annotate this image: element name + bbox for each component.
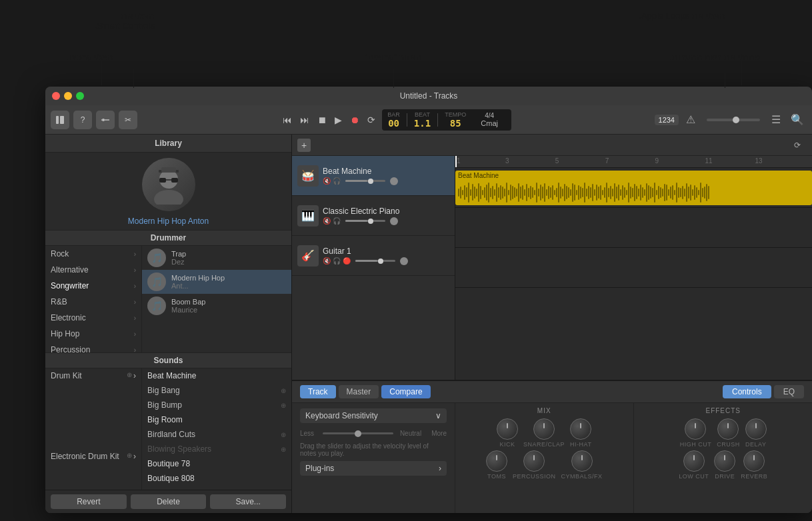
drive-knob[interactable] <box>714 450 735 472</box>
svg-rect-11 <box>161 167 176 173</box>
track-pan-knob-3[interactable] <box>400 257 408 265</box>
maximize-button[interactable] <box>76 92 84 100</box>
guitar-icon: 🎸 <box>297 245 319 266</box>
sc-tab-controls[interactable]: Controls <box>723 385 771 398</box>
mute-icon-2[interactable]: 🔇 <box>323 217 331 225</box>
drummer-style-hiphop[interactable]: Hip Hop› <box>45 326 141 342</box>
beat-machine-region[interactable]: Beat Machine (function() { var heights =… <box>455 171 812 205</box>
sounds-drum-kit-row: Drum Kit ⊕ › Beat Machine <box>45 368 291 383</box>
delay-knob[interactable] <box>745 418 767 440</box>
drummer-artist-trap[interactable]: 🎵 Trap Dez <box>142 246 291 270</box>
play-btn[interactable]: ▶ <box>332 113 345 127</box>
loop-btn[interactable]: ⟳ <box>365 113 378 127</box>
master-volume-slider[interactable] <box>707 119 760 121</box>
knob-reverb: REVERB <box>741 450 767 480</box>
toms-knob[interactable] <box>486 450 507 472</box>
alert-btn[interactable]: ⚠ <box>681 111 700 129</box>
track-guitar[interactable]: 🎸 Guitar 1 🔇 🎧 🔴 <box>292 236 455 276</box>
add-track-button[interactable]: + <box>297 139 311 152</box>
headphones-icon-2[interactable]: 🎧 <box>333 217 341 225</box>
high-cut-knob[interactable] <box>685 418 706 440</box>
percussion-knob[interactable] <box>523 450 545 472</box>
keyboard-sensitivity-dropdown[interactable]: Keyboard Sensitivity ∨ <box>300 408 447 423</box>
revert-button[interactable]: Revert <box>51 494 127 509</box>
track-volume-beat[interactable] <box>345 180 385 182</box>
stop-btn[interactable]: ⏹ <box>315 113 329 127</box>
fast-forward-btn[interactable]: ⏭ <box>297 113 312 127</box>
sounds-section-title: Sounds <box>45 352 291 368</box>
drummer-style-alternative[interactable]: Alternative› <box>45 262 141 278</box>
sounds-birdland-cuts[interactable]: Birdland Cuts⊕ <box>142 427 291 442</box>
sounds-kit-drum[interactable]: Drum Kit ⊕ › <box>45 368 142 383</box>
piano-region-row <box>455 208 812 248</box>
knob-crush: CRUSH <box>717 418 740 448</box>
svg-rect-0 <box>56 116 59 124</box>
track-beat-machine[interactable]: 🥁 Beat Machine 🔇 🎧 <box>292 156 455 196</box>
hihat-knob[interactable] <box>570 418 591 440</box>
sounds-boutique-808[interactable]: Boutique 808 <box>142 471 291 486</box>
sc-tab-master[interactable]: Master <box>339 385 379 398</box>
help-btn[interactable]: ? <box>73 111 92 129</box>
track-pan-knob[interactable] <box>390 177 398 185</box>
drummer-style-songwriter[interactable]: Songwriter› <box>45 278 141 294</box>
track-volume-piano[interactable] <box>345 220 385 222</box>
record-btn[interactable]: ⏺ <box>347 113 362 127</box>
crush-knob[interactable] <box>717 418 739 440</box>
sounds-beat-machine[interactable]: Beat Machine <box>142 368 201 383</box>
smart-controls-btn[interactable] <box>96 111 115 129</box>
sounds-big-bang[interactable]: Big Bang⊕ <box>142 383 291 398</box>
library-btn[interactable] <box>51 111 69 129</box>
sounds-boutique-78[interactable]: Boutique 78 <box>142 456 291 471</box>
headphones-icon[interactable]: 🎧 <box>333 177 341 185</box>
loop-region-btn[interactable]: ⟳ <box>788 136 807 155</box>
drummer-style-percussion[interactable]: Percussion› <box>45 342 141 352</box>
sounds-blowing-speakers[interactable]: Blowing Speakers⊕ <box>142 442 291 456</box>
list-btn[interactable]: ☰ <box>767 111 785 129</box>
mute-icon[interactable]: 🔇 <box>323 177 331 185</box>
low-cut-knob[interactable] <box>683 450 705 472</box>
bar-display: BAR 00 <box>387 111 400 129</box>
track-headers: 🥁 Beat Machine 🔇 🎧 <box>292 156 455 380</box>
loop-browser-btn[interactable]: 🔍 <box>788 111 807 129</box>
mute-icon-3[interactable]: 🔇 <box>323 257 331 264</box>
minimize-button[interactable] <box>64 92 72 100</box>
drummer-style-electronic[interactable]: Electronic› <box>45 310 141 326</box>
sc-tab-compare[interactable]: Compare <box>381 385 430 398</box>
track-volume-guitar[interactable] <box>355 260 395 262</box>
rewind-btn[interactable]: ⏮ <box>280 113 295 127</box>
cymbals-fx-knob[interactable] <box>571 450 593 472</box>
effects-panel: EFFECTS HIGH CUT CRUSH <box>635 403 813 513</box>
callout-line-smart-controls <box>101 40 102 85</box>
track-classic-piano[interactable]: 🎹 Classic Electric Piano 🔇 🎧 <box>292 196 455 236</box>
sounds-big-bump[interactable]: Big Bump⊕ <box>142 398 291 412</box>
beat-machine-region-row: Beat Machine (function() { var heights =… <box>455 168 812 208</box>
scissors-btn[interactable]: ✂ <box>119 111 137 129</box>
sc-tab-eq[interactable]: EQ <box>774 385 804 398</box>
record-enable-3[interactable]: 🔴 <box>343 257 351 264</box>
drummer-style-rock[interactable]: Rock› <box>45 246 141 262</box>
keyboard-sensitivity-slider[interactable] <box>323 432 393 434</box>
knob-cymbals-fx: CYMBALS/FX <box>561 450 603 480</box>
kick-knob[interactable] <box>497 418 518 440</box>
delete-button[interactable]: Delete <box>131 494 207 509</box>
window-title: Untitled - Tracks <box>400 91 458 101</box>
headphones-icon-3[interactable]: 🎧 <box>333 257 341 264</box>
track-pan-knob-2[interactable] <box>390 217 398 225</box>
sounds-kit-electronic[interactable]: Electronic Drum Kit ⊕ › <box>45 383 142 490</box>
slider-description: Drag the slider to adjust the velocity l… <box>300 442 447 457</box>
svg-point-6 <box>154 190 183 205</box>
close-button[interactable] <box>52 92 60 100</box>
drummer-artist-modern-hip-hop[interactable]: 🎵 Modern Hip Hop Ant... <box>142 270 291 294</box>
reverb-knob[interactable] <box>743 450 765 472</box>
tempo-display: TEMPO 85 <box>445 111 466 129</box>
save-button[interactable]: Save... <box>210 494 286 509</box>
artist-name: Modern Hip Hop Anton <box>45 217 291 226</box>
sc-tab-track[interactable]: Track <box>300 385 336 398</box>
snare-clap-knob[interactable] <box>533 418 555 440</box>
drummer-artist-boom-bap[interactable]: 🎵 Boom Bap Maurice <box>142 294 291 318</box>
sounds-big-room[interactable]: Big Room <box>142 412 291 427</box>
plugins-row[interactable]: Plug-ins › <box>300 461 447 476</box>
drummer-style-rnb[interactable]: R&B› <box>45 294 141 310</box>
mix-title: MIX <box>462 407 627 414</box>
sc-right-panel: MIX KICK SNARE/CLAP <box>455 403 812 513</box>
